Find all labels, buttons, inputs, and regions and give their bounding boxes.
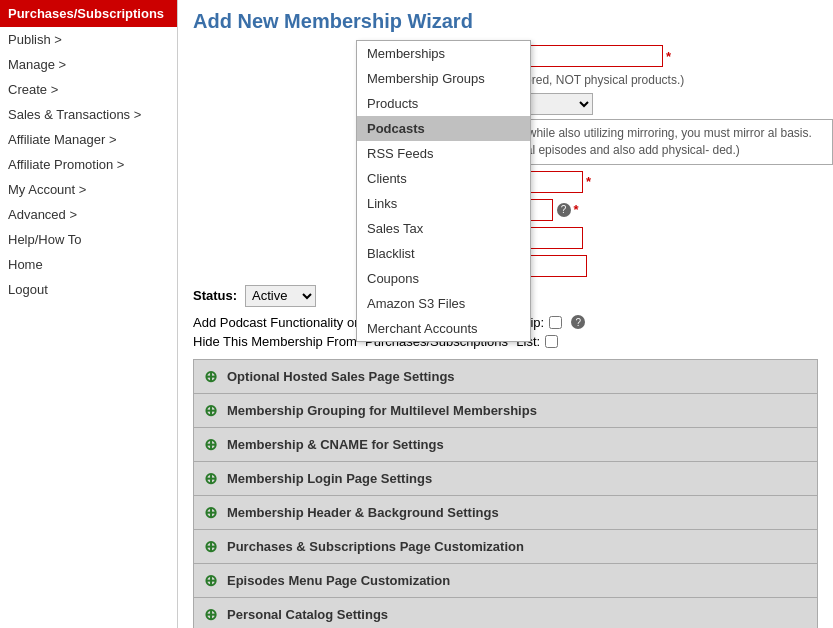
sidebar-item-logout[interactable]: Logout: [0, 277, 177, 302]
accordion-label-5: Purchases & Subscriptions Page Customiza…: [227, 539, 524, 554]
accordion-label-0: Optional Hosted Sales Page Settings: [227, 369, 455, 384]
dropdown-coupons[interactable]: Coupons: [357, 266, 530, 291]
dropdown-products[interactable]: Products: [357, 91, 530, 116]
sidebar-item-publish[interactable]: Publish >: [0, 27, 177, 52]
dropdown-membership-groups[interactable]: Membership Groups: [357, 66, 530, 91]
accordion-plus-5: ⊕: [204, 537, 217, 556]
accordion: ⊕ Optional Hosted Sales Page Settings ⊕ …: [193, 359, 818, 628]
dropdown-clients[interactable]: Clients: [357, 166, 530, 191]
accordion-label-6: Episodes Menu Page Customization: [227, 573, 450, 588]
name-required-star: *: [666, 49, 671, 64]
accordion-plus-6: ⊕: [204, 571, 217, 590]
accordion-plus-2: ⊕: [204, 435, 217, 454]
status-label: Status:: [193, 288, 237, 303]
accordion-label-4: Membership Header & Background Settings: [227, 505, 499, 520]
accordion-item-2[interactable]: ⊕ Membership & CNAME for Settings: [194, 428, 817, 462]
accordion-item-6[interactable]: ⊕ Episodes Menu Page Customization: [194, 564, 817, 598]
accordion-item-5[interactable]: ⊕ Purchases & Subscriptions Page Customi…: [194, 530, 817, 564]
field1-required: *: [586, 174, 591, 189]
help-icon-1[interactable]: ?: [557, 203, 571, 217]
accordion-item-0[interactable]: ⊕ Optional Hosted Sales Page Settings: [194, 360, 817, 394]
accordion-label-1: Membership Grouping for Multilevel Membe…: [227, 403, 537, 418]
sidebar-header: Purchases/Subscriptions: [0, 0, 177, 27]
accordion-item-4[interactable]: ⊕ Membership Header & Background Setting…: [194, 496, 817, 530]
status-select[interactable]: Active Inactive: [245, 285, 316, 307]
sidebar-item-create[interactable]: Create >: [0, 77, 177, 102]
accordion-label-2: Membership & CNAME for Settings: [227, 437, 444, 452]
dropdown-merchant-accounts[interactable]: Merchant Accounts: [357, 316, 530, 341]
accordion-plus-7: ⊕: [204, 605, 217, 624]
dropdown-menu: Memberships Membership Groups Products P…: [356, 40, 531, 342]
dropdown-amazon-s3[interactable]: Amazon S3 Files: [357, 291, 530, 316]
sidebar-item-home[interactable]: Home: [0, 252, 177, 277]
field2-required: *: [574, 202, 579, 217]
accordion-item-3[interactable]: ⊕ Membership Login Page Settings: [194, 462, 817, 496]
accordion-plus-4: ⊕: [204, 503, 217, 522]
podcast-checkbox[interactable]: [549, 316, 562, 329]
sidebar-item-manage[interactable]: Manage >: [0, 52, 177, 77]
hide-checkbox[interactable]: [545, 335, 558, 348]
sidebar-item-affiliate-promotion[interactable]: Affiliate Promotion >: [0, 152, 177, 177]
accordion-item-1[interactable]: ⊕ Membership Grouping for Multilevel Mem…: [194, 394, 817, 428]
accordion-item-7[interactable]: ⊕ Personal Catalog Settings: [194, 598, 817, 628]
accordion-plus-0: ⊕: [204, 367, 217, 386]
page-title: Add New Membership Wizard: [193, 10, 818, 33]
accordion-plus-1: ⊕: [204, 401, 217, 420]
dropdown-sales-tax[interactable]: Sales Tax: [357, 216, 530, 241]
accordion-label-3: Membership Login Page Settings: [227, 471, 432, 486]
help-icon-2[interactable]: ?: [571, 315, 585, 329]
sidebar: Purchases/Subscriptions Publish > Manage…: [0, 0, 178, 628]
accordion-plus-3: ⊕: [204, 469, 217, 488]
dropdown-links[interactable]: Links: [357, 191, 530, 216]
dropdown-rss-feeds[interactable]: RSS Feeds: [357, 141, 530, 166]
sidebar-item-advanced[interactable]: Advanced >: [0, 202, 177, 227]
sidebar-item-help[interactable]: Help/How To: [0, 227, 177, 252]
sidebar-item-affiliate-manager[interactable]: Affiliate Manager >: [0, 127, 177, 152]
dropdown-blacklist[interactable]: Blacklist: [357, 241, 530, 266]
sidebar-item-sales[interactable]: Sales & Transactions >: [0, 102, 177, 127]
sidebar-item-my-account[interactable]: My Account >: [0, 177, 177, 202]
dropdown-podcasts[interactable]: Podcasts: [357, 116, 530, 141]
dropdown-memberships[interactable]: Memberships: [357, 41, 530, 66]
accordion-label-7: Personal Catalog Settings: [227, 607, 388, 622]
